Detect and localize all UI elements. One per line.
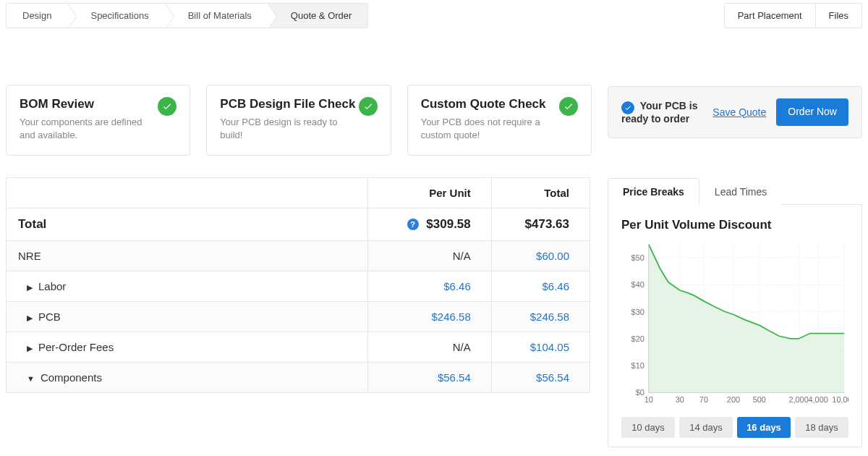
row-labor[interactable]: ▶Labor $6.46 $6.46 — [7, 271, 590, 302]
row-labor-per-unit[interactable]: $6.46 — [368, 271, 491, 302]
caret-down-icon: ▼ — [27, 374, 35, 383]
custom-quote-card: Custom Quote Check Your PCB does not req… — [407, 85, 592, 156]
day-btn-18[interactable]: 18 days — [795, 417, 848, 438]
volume-discount-chart: $0$10$20$30$40$501030702005002,0004,0001… — [621, 241, 848, 409]
pcb-file-check-title: PCB Design File Check — [220, 97, 358, 111]
row-nre-total[interactable]: $60.00 — [491, 241, 590, 271]
row-total: Total ? $309.58 $473.63 — [7, 208, 590, 241]
bom-review-title: BOM Review — [20, 97, 158, 111]
top-right-buttons: Part Placement Files — [724, 3, 862, 28]
top-nav: Design Specifications Bill of Materials … — [0, 0, 868, 28]
breadcrumb-design[interactable]: Design — [7, 4, 67, 28]
row-per-order-per-unit: N/A — [368, 332, 491, 363]
day-btn-14[interactable]: 14 days — [679, 417, 733, 438]
price-table: Per Unit Total Total ? $309.58 $473.63 N… — [6, 177, 590, 393]
row-nre-label: NRE — [7, 241, 368, 271]
col-per-unit: Per Unit — [368, 178, 491, 208]
svg-text:10,000: 10,000 — [832, 396, 848, 405]
row-total-label: Total — [7, 208, 368, 241]
breadcrumb-specifications[interactable]: Specifications — [67, 4, 164, 28]
row-pcb-total[interactable]: $246.58 — [491, 302, 590, 332]
day-btn-16[interactable]: 16 days — [737, 417, 791, 438]
tab-price-breaks[interactable]: Price Breaks — [608, 178, 699, 205]
order-banner: Your PCB is ready to order Save Quote Or… — [608, 86, 862, 138]
save-quote-link[interactable]: Save Quote — [712, 106, 766, 119]
pcb-file-check-sub: Your PCB design is ready to build! — [220, 116, 358, 142]
chart-title: Per Unit Volume Discount — [621, 218, 848, 232]
breadcrumb-quote-order[interactable]: Quote & Order — [268, 4, 368, 28]
row-pcb[interactable]: ▶PCB $246.58 $246.58 — [7, 302, 590, 332]
order-now-button[interactable]: Order Now — [776, 98, 848, 126]
custom-quote-sub: Your PCB does not require a custom quote… — [421, 116, 559, 142]
row-nre-per-unit: N/A — [368, 241, 491, 271]
check-ok-icon — [158, 97, 176, 116]
check-cards-row: BOM Review Your components are defined a… — [0, 85, 868, 156]
bom-review-card: BOM Review Your components are defined a… — [6, 85, 190, 156]
svg-text:30: 30 — [676, 396, 684, 405]
chart-tabs: Price Breaks Lead Times — [608, 177, 862, 205]
price-table-wrap: Per Unit Total Total ? $309.58 $473.63 N… — [6, 164, 590, 447]
breadcrumb-bom[interactable]: Bill of Materials — [165, 4, 268, 28]
caret-right-icon: ▶ — [27, 283, 33, 292]
svg-text:70: 70 — [699, 396, 708, 405]
row-components[interactable]: ▼Components $56.54 $56.54 — [7, 363, 590, 393]
pcb-file-check-card: PCB Design File Check Your PCB design is… — [206, 85, 391, 156]
lead-time-buttons: 10 days 14 days 16 days 18 days — [621, 417, 848, 438]
row-per-order-label: ▶Per-Order Fees — [7, 332, 368, 363]
ready-check-icon — [621, 101, 634, 114]
svg-text:$0: $0 — [636, 389, 644, 397]
custom-quote-title: Custom Quote Check — [421, 97, 559, 111]
row-per-order-fees[interactable]: ▶Per-Order Fees N/A $104.05 — [7, 332, 590, 363]
svg-text:200: 200 — [727, 396, 740, 405]
row-components-per-unit[interactable]: $56.54 — [368, 363, 491, 393]
tab-lead-times[interactable]: Lead Times — [699, 178, 782, 205]
row-total-total: $473.63 — [491, 208, 590, 241]
order-ready-message: Your PCB is ready to order — [621, 99, 702, 125]
bom-review-sub: Your components are defined and availabl… — [20, 116, 158, 142]
caret-right-icon: ▶ — [27, 344, 33, 353]
row-components-total[interactable]: $56.54 — [491, 363, 590, 393]
breadcrumb: Design Specifications Bill of Materials … — [6, 3, 368, 28]
chart-panel: Per Unit Volume Discount $0$10$20$30$40$… — [608, 205, 862, 447]
col-total: Total — [491, 178, 590, 208]
svg-text:$20: $20 — [631, 334, 644, 343]
day-btn-10[interactable]: 10 days — [621, 417, 675, 438]
right-panel: Price Breaks Lead Times Per Unit Volume … — [608, 164, 862, 447]
svg-text:$50: $50 — [631, 254, 644, 263]
row-per-order-total[interactable]: $104.05 — [491, 332, 590, 363]
check-ok-icon — [559, 97, 578, 116]
row-pcb-label: ▶PCB — [7, 302, 368, 332]
svg-text:$10: $10 — [631, 362, 644, 371]
svg-text:2,000: 2,000 — [788, 396, 808, 405]
main-row: Per Unit Total Total ? $309.58 $473.63 N… — [0, 164, 868, 447]
row-pcb-per-unit[interactable]: $246.58 — [368, 302, 491, 332]
svg-text:10: 10 — [644, 396, 653, 405]
caret-right-icon: ▶ — [27, 313, 33, 323]
row-components-label: ▼Components — [7, 363, 368, 393]
svg-text:500: 500 — [753, 396, 766, 405]
row-labor-total[interactable]: $6.46 — [491, 271, 590, 302]
svg-text:$30: $30 — [631, 308, 644, 316]
row-labor-label: ▶Labor — [7, 271, 368, 302]
check-ok-icon — [359, 97, 378, 116]
svg-text:$40: $40 — [631, 281, 644, 290]
files-button[interactable]: Files — [815, 4, 861, 28]
row-total-per-unit: ? $309.58 — [368, 208, 491, 241]
row-nre: NRE N/A $60.00 — [7, 241, 590, 271]
help-icon[interactable]: ? — [407, 219, 419, 230]
part-placement-button[interactable]: Part Placement — [725, 4, 815, 28]
svg-text:4,000: 4,000 — [809, 396, 828, 405]
